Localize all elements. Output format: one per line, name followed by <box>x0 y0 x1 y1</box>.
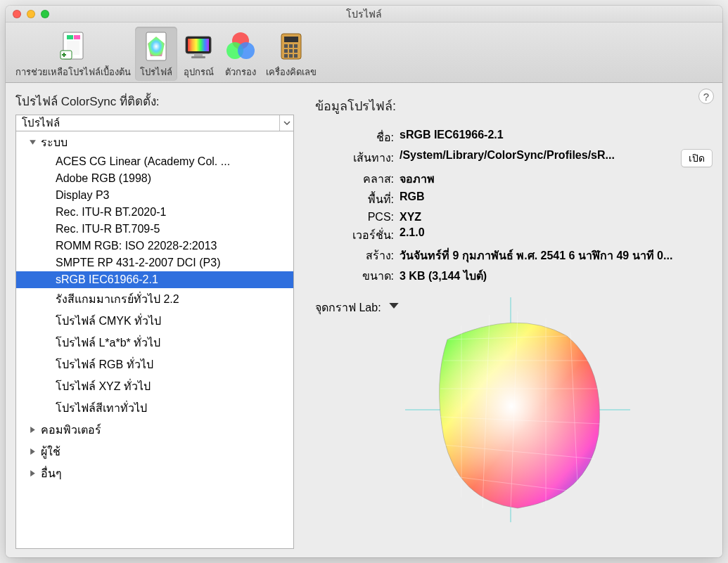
label-size: ขนาด: <box>315 267 394 285</box>
disclosure-triangle-icon[interactable] <box>29 426 37 434</box>
profile-item[interactable]: Rec. ITU-R BT.2020-1 <box>16 204 293 221</box>
value-path: /System/Library/ColorSync/Profiles/sR... <box>400 149 675 167</box>
help-button[interactable]: ? <box>698 89 714 104</box>
label-created: สร้าง: <box>315 247 394 264</box>
gamut-plot[interactable] <box>405 297 630 522</box>
label-class: คลาส: <box>315 170 394 188</box>
svg-rect-17 <box>289 44 293 48</box>
toolbar-item-profiles[interactable]: โปรไฟล์ <box>135 27 177 81</box>
profile-item[interactable]: ROMM RGB: ISO 22028-2:2013 <box>16 238 293 254</box>
installed-profiles-title: โปรไฟล์ ColorSync ที่ติดตั้ง: <box>15 91 294 110</box>
profile-group[interactable]: ผู้ใช้ <box>16 441 293 462</box>
profiles-icon <box>139 30 173 63</box>
svg-rect-24 <box>294 54 298 58</box>
first-aid-icon <box>56 30 90 63</box>
label-name: ชื่อ: <box>315 129 394 146</box>
value-version: 2.1.0 <box>400 226 713 244</box>
titlebar: โปรไฟล์ <box>6 6 722 22</box>
svg-rect-16 <box>284 44 288 48</box>
svg-rect-21 <box>294 49 298 53</box>
profile-item[interactable]: sRGB IEC61966-2.1 <box>16 271 293 288</box>
traffic-lights <box>13 10 49 18</box>
svg-point-13 <box>238 42 255 59</box>
svg-rect-2 <box>74 35 80 39</box>
group-label: อื่นๆ <box>41 465 62 482</box>
svg-rect-10 <box>191 56 205 58</box>
svg-rect-22 <box>284 54 288 58</box>
profile-group[interactable]: อื่นๆ <box>16 462 293 484</box>
value-created: วันจันทร์ที่ 9 กุมภาพันธ์ พ.ศ. 2541 6 นา… <box>400 247 713 264</box>
zoom-button[interactable] <box>41 10 49 18</box>
lab-plot-dropdown[interactable] <box>388 300 400 311</box>
right-pane: ? ข้อมูลโปรไฟล์: ชื่อ: sRGB IEC61966-2.1… <box>294 83 722 557</box>
toolbar-item-filters[interactable]: ตัวกรอง <box>219 27 262 81</box>
label-version: เวอร์ชั่น: <box>315 226 394 244</box>
disclosure-triangle-icon[interactable] <box>29 138 37 146</box>
value-name: sRGB IEC61966-2.1 <box>400 129 713 146</box>
group-label: ระบบ <box>41 134 68 151</box>
svg-rect-20 <box>289 49 293 53</box>
profile-item[interactable]: Display P3 <box>16 187 293 204</box>
toolbar: การช่วยเหลือโปรไฟล์เบื้องต้น โปรไฟล์ อุป… <box>6 22 722 83</box>
profile-item[interactable]: โปรไฟล์สีเทาทั่วไป <box>16 397 293 419</box>
minimize-button[interactable] <box>27 10 35 18</box>
lab-plot-section: จุดกราฟ Lab: <box>315 297 713 522</box>
close-button[interactable] <box>13 10 21 18</box>
profile-item[interactable]: โปรไฟล์ RGB ทั่วไป <box>16 354 293 375</box>
toolbar-item-devices[interactable]: อุปกรณ์ <box>177 27 219 81</box>
profile-group[interactable]: คอมพิวเตอร์ <box>16 419 293 441</box>
window: โปรไฟล์ การช่วยเหลือโปรไฟล์เบื้องต้น โปร… <box>6 6 722 557</box>
toolbar-label: อุปกรณ์ <box>184 65 214 79</box>
toolbar-item-calculator[interactable]: เครื่องคิดเลข <box>262 27 321 81</box>
svg-rect-9 <box>194 53 203 56</box>
svg-rect-23 <box>289 54 293 58</box>
profile-list[interactable]: ระบบACES CG Linear (Academy Col. ...Adob… <box>15 131 294 549</box>
profile-info-grid: ชื่อ: sRGB IEC61966-2.1 เส้นทาง: /System… <box>315 129 713 285</box>
label-space: พื้นที่: <box>315 190 394 208</box>
chevron-down-icon <box>279 115 293 131</box>
profile-item[interactable]: SMPTE RP 431-2-2007 DCI (P3) <box>16 254 293 271</box>
devices-icon <box>181 30 215 63</box>
profile-item[interactable]: โปรไฟล์ XYZ ทั่วไป <box>16 375 293 397</box>
group-label: คอมพิวเตอร์ <box>41 421 101 439</box>
value-pcs: XYZ <box>400 211 713 224</box>
profile-item[interactable]: Rec. ITU-R BT.709-5 <box>16 221 293 238</box>
profile-item[interactable]: รังสีแกมมาเกรย์ทั่วไป 2.2 <box>16 288 293 310</box>
toolbar-item-first-aid[interactable]: การช่วยเหลือโปรไฟล์เบื้องต้น <box>11 27 135 81</box>
label-path: เส้นทาง: <box>315 149 394 167</box>
svg-rect-15 <box>284 37 298 42</box>
disclosure-triangle-icon[interactable] <box>29 470 37 477</box>
svg-rect-19 <box>284 49 288 53</box>
toolbar-label: โปรไฟล์ <box>140 65 172 79</box>
toolbar-label: การช่วยเหลือโปรไฟล์เบื้องต้น <box>15 65 131 79</box>
profile-info-title: ข้อมูลโปรไฟล์: <box>315 96 713 116</box>
profile-item[interactable]: โปรไฟล์ L*a*b* ทั่วไป <box>16 332 293 354</box>
profile-item[interactable]: Adobe RGB (1998) <box>16 170 293 187</box>
value-space: RGB <box>400 190 713 208</box>
value-size: 3 KB (3,144 ไบต์) <box>400 267 713 285</box>
profile-group[interactable]: ระบบ <box>16 131 293 153</box>
value-class: จอภาพ <box>400 170 713 188</box>
group-label: ผู้ใช้ <box>41 443 60 460</box>
open-button[interactable]: เปิด <box>681 149 713 167</box>
left-pane: โปรไฟล์ ColorSync ที่ติดตั้ง: โปรไฟล์ ระ… <box>6 83 294 557</box>
window-title: โปรไฟล์ <box>6 6 722 22</box>
calculator-icon <box>274 30 308 63</box>
disclosure-triangle-icon[interactable] <box>29 448 37 455</box>
label-pcs: PCS: <box>315 211 394 224</box>
svg-rect-8 <box>188 39 209 51</box>
profile-item[interactable]: ACES CG Linear (Academy Col. ... <box>16 153 293 170</box>
filters-icon <box>224 30 257 63</box>
lab-plot-label: จุดกราฟ Lab: <box>315 297 381 316</box>
svg-rect-1 <box>67 35 73 39</box>
content: โปรไฟล์ ColorSync ที่ติดตั้ง: โปรไฟล์ ระ… <box>6 83 722 557</box>
toolbar-label: เครื่องคิดเลข <box>266 65 317 79</box>
profile-item[interactable]: โปรไฟล์ CMYK ทั่วไป <box>16 310 293 332</box>
column-select-label: โปรไฟล์ <box>16 115 279 131</box>
svg-rect-18 <box>294 44 298 48</box>
column-select[interactable]: โปรไฟล์ <box>15 115 294 131</box>
toolbar-label: ตัวกรอง <box>225 65 256 79</box>
